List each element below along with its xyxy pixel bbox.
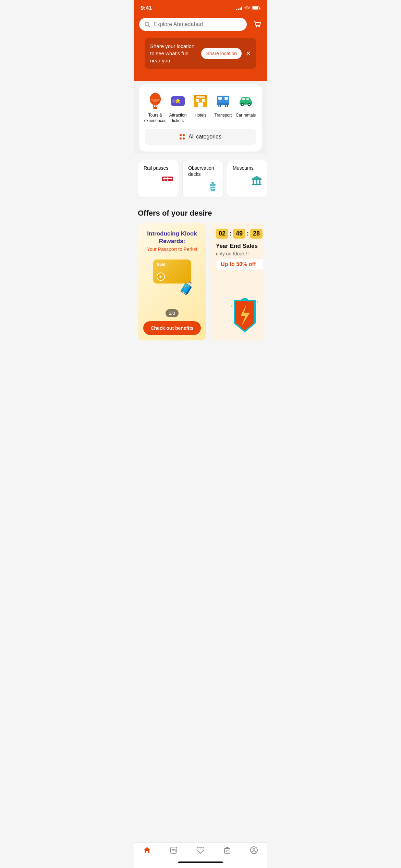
svg-point-29	[219, 105, 220, 107]
status-bar: 9:41	[134, 0, 267, 15]
svg-rect-19	[198, 103, 203, 107]
search-input[interactable]	[154, 21, 241, 27]
header	[134, 15, 267, 38]
museum-icon	[233, 175, 262, 185]
all-categories-label: All categories	[189, 134, 221, 140]
signal-icon	[236, 6, 242, 10]
all-categories-button[interactable]: All categories	[145, 129, 256, 145]
category-label-car: Car rentals	[236, 113, 256, 118]
checkout-benefits-button[interactable]: Check out benefits	[143, 321, 201, 335]
svg-rect-54	[252, 184, 262, 185]
reward-title: Introducing Klook Rewards:	[143, 230, 201, 245]
cart-button[interactable]	[253, 20, 262, 29]
svg-rect-17	[196, 99, 199, 102]
subcategory-card-rail[interactable]: Rail passes	[138, 160, 179, 197]
category-label-attraction: Attraction tickets	[167, 113, 189, 123]
location-banner: Share your location to see what's fun ne…	[145, 38, 256, 69]
svg-rect-11	[153, 107, 157, 109]
ticket-icon	[168, 91, 187, 110]
tower-icon	[188, 182, 218, 193]
svg-point-37	[242, 104, 243, 105]
countdown-row: 02 : 49 : 28	[216, 229, 263, 239]
svg-rect-25	[224, 97, 228, 100]
all-categories-icon	[180, 134, 185, 140]
svg-rect-52	[256, 180, 257, 184]
reward-illustration: Gold ✦ 🧳	[150, 256, 194, 294]
subcategory-card-observation[interactable]: Observation decks	[182, 160, 223, 197]
category-item-tours[interactable]: Tours & experiences	[145, 91, 166, 123]
location-message: Share your location to see what's fun ne…	[150, 43, 197, 64]
offer-card-sale[interactable]: 02 : 49 : 28 Year End Sales only on Kloo…	[210, 223, 263, 340]
category-item-attraction[interactable]: Attraction tickets	[167, 91, 189, 123]
sale-discount: Up to 50% off	[216, 259, 263, 269]
battery-icon	[252, 6, 260, 10]
categories-grid: Tours & experiences Attraction tickets	[145, 91, 256, 123]
offers-section: Offers of your desire Introducing Klook …	[134, 203, 267, 346]
countdown-minutes: 49	[233, 229, 245, 239]
svg-rect-1	[253, 7, 258, 10]
svg-point-30	[226, 105, 227, 107]
subcategories-scroll: Rail passes Observation decks	[134, 154, 267, 203]
svg-rect-24	[218, 97, 222, 100]
close-banner-button[interactable]: ✕	[246, 50, 251, 57]
category-label-hotels: Hotels	[195, 113, 206, 118]
svg-rect-50	[252, 179, 262, 180]
svg-point-6	[258, 26, 260, 27]
hotel-icon	[191, 91, 210, 110]
balloon-icon	[146, 91, 165, 110]
svg-rect-51	[253, 180, 254, 184]
reward-subtitle: Your Passport to Perks!	[143, 246, 201, 252]
status-time: 9:41	[141, 5, 152, 12]
offer-card-rewards[interactable]: Introducing Klook Rewards: Your Passport…	[138, 223, 206, 340]
share-location-button[interactable]: Share location	[201, 48, 242, 59]
offers-title: Offers of your desire	[138, 209, 263, 218]
subcategory-label-museums: Museums	[233, 165, 262, 171]
subcategory-label-observation: Observation decks	[188, 165, 218, 177]
pagination-indicator: 2/3	[166, 309, 179, 317]
category-label-tours: Tours & experiences	[144, 113, 167, 123]
svg-text:✦: ✦	[159, 275, 162, 279]
bus-icon	[214, 91, 233, 110]
status-icons	[236, 6, 260, 10]
car-icon	[236, 91, 255, 110]
svg-rect-18	[202, 99, 205, 102]
svg-rect-32	[242, 98, 245, 100]
wifi-icon	[244, 6, 250, 10]
categories-card: Tours & experiences Attraction tickets	[139, 84, 262, 152]
svg-rect-2	[259, 8, 260, 9]
sale-illustration	[216, 272, 263, 335]
subcategory-card-museums[interactable]: Museums	[227, 160, 267, 197]
sale-title: Year End Sales	[216, 243, 263, 250]
svg-point-14	[172, 99, 175, 103]
countdown-hours: 02	[216, 229, 228, 239]
search-icon	[145, 22, 150, 27]
category-item-hotels[interactable]: Hotels	[190, 91, 211, 123]
svg-point-38	[248, 104, 250, 105]
svg-rect-45	[211, 182, 214, 184]
countdown-seconds: 28	[250, 229, 263, 239]
svg-line-4	[148, 25, 150, 27]
svg-rect-33	[246, 98, 249, 100]
search-bar[interactable]	[139, 18, 247, 31]
svg-line-10	[157, 105, 157, 107]
rail-icon	[144, 175, 173, 183]
subcategory-label-rail: Rail passes	[144, 165, 173, 171]
svg-point-5	[256, 26, 257, 27]
svg-marker-49	[252, 176, 262, 179]
category-item-transport[interactable]: Transport	[212, 91, 234, 123]
offers-scroll: Introducing Klook Rewards: Your Passport…	[138, 223, 263, 340]
svg-line-8	[153, 105, 154, 107]
category-item-car[interactable]: Car rentals	[235, 91, 256, 123]
sale-subtitle: only on Klook !!	[216, 251, 263, 256]
category-label-transport: Transport	[215, 113, 232, 118]
svg-rect-53	[259, 180, 260, 184]
